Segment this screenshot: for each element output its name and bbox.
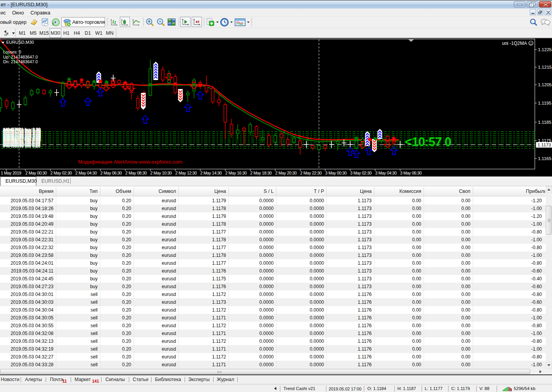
svg-text:1.1195: 1.1195	[538, 101, 551, 105]
svg-text:2 May 08:30: 2 May 08:30	[125, 171, 147, 175]
svg-text:2 May 12:30: 2 May 12:30	[175, 171, 197, 175]
svg-text:+: +	[148, 19, 150, 24]
svg-text:1.1215: 1.1215	[538, 65, 552, 69]
svg-text:EURUSD,M30: EURUSD,M30	[6, 40, 34, 45]
svg-text:Dn: 2147483647.0: Dn: 2147483647.0	[3, 59, 38, 64]
svg-text:3 May 06:30: 3 May 06:30	[400, 171, 422, 175]
svg-text:3 May 04:30: 3 May 04:30	[375, 171, 397, 175]
svg-text:1.1225: 1.1225	[538, 47, 552, 52]
svg-text:3 May 02:30: 3 May 02:30	[350, 171, 372, 175]
svg-text:2 May 20:30: 2 May 20:30	[275, 171, 297, 175]
svg-text:2 May 02:30: 2 May 02:30	[50, 171, 72, 175]
svg-text:2 May 14:30: 2 May 14:30	[200, 171, 222, 175]
svg-text:1 May 2019: 1 May 2019	[1, 171, 21, 175]
svg-text:1.1185: 1.1185	[538, 120, 551, 125]
svg-text:Up: 2147483647.0: Up: 2147483647.0	[3, 55, 38, 59]
svg-text:1.1173: 1.1173	[538, 143, 551, 147]
svg-text:2 May 16:30: 2 May 16:30	[225, 171, 247, 175]
svg-text:1.1165: 1.1165	[538, 156, 551, 161]
svg-text:2 May 04:30: 2 May 04:30	[75, 171, 97, 175]
svg-text:Losses: 0: Losses: 0	[3, 50, 21, 54]
svg-text:<10:57 0: <10:57 0	[405, 135, 451, 149]
svg-text:2 May 10:30: 2 May 10:30	[150, 171, 172, 175]
svg-text:2 May 06:30: 2 May 06:30	[100, 171, 122, 175]
svg-text:3 May 00:30: 3 May 00:30	[325, 171, 347, 175]
svg-text:2 May 22:30: 2 May 22:30	[300, 171, 322, 175]
svg-text:Модификация AlertArrow www.exp: Модификация AlertArrow www.expforex.com	[78, 159, 182, 165]
svg-text:1.1205: 1.1205	[538, 82, 552, 87]
svg-text:uni -1Q2MA: uni -1Q2MA	[502, 41, 527, 46]
svg-text:2 May 18:30: 2 May 18:30	[250, 171, 272, 175]
svg-text:2 May 00:30: 2 May 00:30	[25, 171, 47, 175]
svg-text:-: -	[159, 19, 161, 24]
